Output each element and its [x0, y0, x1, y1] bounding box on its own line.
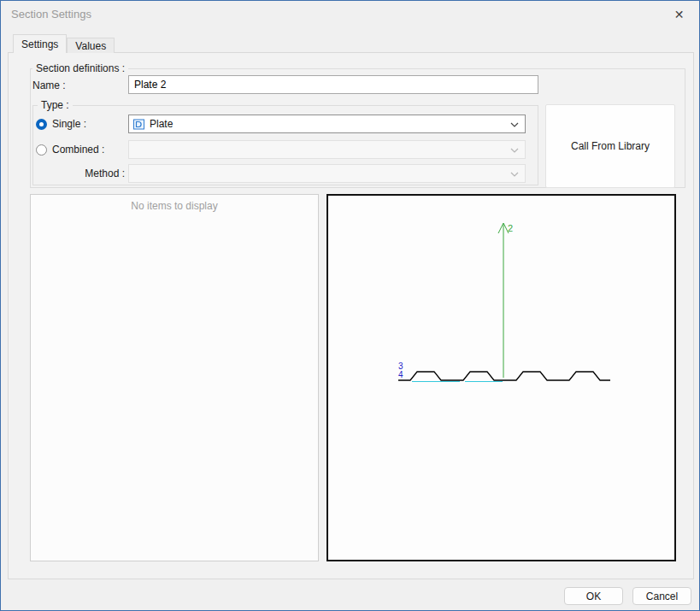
tab-values-label: Values — [75, 40, 106, 52]
close-icon: ✕ — [674, 8, 685, 21]
ok-button-label: OK — [586, 590, 601, 602]
point-label-4: 4 — [398, 370, 403, 379]
tab-values[interactable]: Values — [67, 38, 115, 53]
tab-settings-label: Settings — [21, 38, 58, 50]
ok-button[interactable]: OK — [564, 587, 623, 605]
single-radio-label: Single : — [52, 118, 86, 130]
items-list[interactable]: No items to display — [30, 194, 319, 561]
combined-radio-label: Combined : — [52, 144, 104, 156]
cancel-button-label: Cancel — [646, 590, 678, 602]
section-definitions-group-label: Section definitions : — [32, 62, 128, 74]
call-from-library-label: Call From Library — [571, 140, 650, 152]
single-radio-row: Single : — [36, 115, 86, 133]
axis-2-label: 2 — [508, 223, 513, 233]
plate-profile-polyline — [398, 372, 610, 380]
single-radio[interactable] — [36, 119, 47, 130]
settings-tab-panel: Section definitions : Name : Type : Sing… — [8, 52, 694, 579]
method-label: Method : — [79, 164, 125, 183]
section-settings-dialog: Section Settings ✕ Settings Values Secti… — [0, 0, 700, 611]
titlebar: Section Settings ✕ — [1, 1, 699, 28]
name-input[interactable] — [128, 75, 538, 94]
single-type-value: Plate — [150, 118, 173, 130]
combined-radio[interactable] — [36, 144, 47, 156]
plate-section-icon — [132, 118, 145, 131]
chevron-down-icon — [510, 122, 519, 127]
tab-settings[interactable]: Settings — [13, 34, 67, 53]
call-from-library-button[interactable]: Call From Library — [545, 104, 675, 188]
close-button[interactable]: ✕ — [660, 2, 698, 27]
type-group-label: Type : — [38, 99, 73, 111]
combined-radio-row: Combined : — [36, 140, 104, 159]
window-title: Section Settings — [11, 8, 91, 21]
chevron-down-icon — [510, 172, 519, 177]
method-dropdown — [128, 164, 526, 183]
section-preview-canvas: 2 3 4 — [326, 194, 676, 561]
name-label: Name : — [32, 79, 66, 91]
single-type-dropdown[interactable]: Plate — [128, 115, 526, 133]
cancel-button[interactable]: Cancel — [632, 587, 691, 605]
empty-list-text: No items to display — [31, 195, 318, 212]
combined-dropdown — [128, 140, 526, 159]
tab-strip: Settings Values — [13, 34, 115, 53]
chevron-down-icon — [510, 148, 519, 153]
section-preview-drawing: 2 3 4 — [328, 196, 674, 560]
